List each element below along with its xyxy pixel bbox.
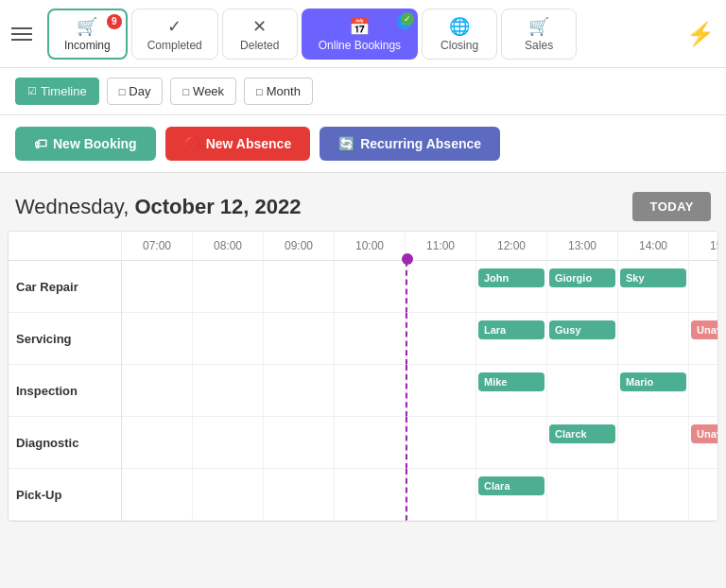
incoming-label: Incoming	[64, 39, 111, 52]
time-header-7: 14:00	[618, 232, 689, 261]
deleted-label: Deleted	[240, 39, 279, 52]
row-label-servicing: Servicing	[9, 313, 122, 365]
time-header-2: 09:00	[264, 232, 335, 261]
completed-label: Completed	[147, 39, 202, 52]
timeline-cell-r3-c4	[406, 417, 476, 469]
timeline-cell-r1-c4	[406, 313, 476, 365]
time-header-5: 12:00	[476, 232, 547, 261]
timeline-cell-r1-c8: Unavailable	[689, 313, 718, 365]
timeline-cell-r4-c5: Clara	[476, 469, 547, 521]
nav-tab-online-bookings[interactable]: 9 ✓ 📅 Online Bookings	[302, 9, 418, 60]
timeline-check-icon: ☑	[27, 85, 37, 97]
timeline-cell-r1-c3	[335, 313, 406, 365]
month-check-icon: □	[256, 86, 263, 97]
new-booking-button[interactable]: 🏷 New Booking	[15, 127, 156, 161]
timeline-cell-r2-c0	[122, 365, 193, 417]
timeline-cell-r0-c6: Giorgio	[547, 261, 618, 313]
nav-tab-incoming[interactable]: 9 🛒 Incoming	[47, 9, 128, 60]
time-header-6: 13:00	[547, 232, 618, 261]
top-nav: 9 🛒 Incoming ✓ Completed ✕ Deleted 9 ✓ 📅…	[0, 0, 726, 68]
timeline-cell-r0-c5: John	[476, 261, 547, 313]
event-john-r0[interactable]: John	[478, 268, 544, 287]
event-mike-r2[interactable]: Mike	[478, 372, 544, 391]
timeline-cell-r3-c8: Unavailable	[689, 417, 718, 469]
timeline-cell-r4-c8	[689, 469, 718, 521]
view-btn-month[interactable]: □ Month	[244, 78, 313, 105]
timeline-cell-r3-c3	[335, 417, 406, 469]
sales-icon: 🛒	[528, 16, 549, 37]
timeline-cell-r1-c2	[264, 313, 335, 365]
timeline-cell-r1-c7	[618, 313, 689, 365]
online-bookings-check: ✓	[401, 12, 414, 26]
nav-tab-completed[interactable]: ✓ Completed	[131, 9, 218, 60]
row-label-diagnostic: Diagnostic	[9, 417, 122, 469]
action-bar: 🏷 New Booking 🚫 New Absence 🔄 Recurring …	[0, 115, 726, 173]
row-label-car-repair: Car Repair	[9, 261, 122, 313]
timeline-cell-r2-c6	[547, 365, 618, 417]
online-bookings-label: Online Bookings	[319, 39, 401, 52]
timeline-cell-r4-c6	[547, 469, 618, 521]
timeline-cell-r3-c1	[193, 417, 264, 469]
event-unavailable-r3[interactable]: Unavailable	[691, 424, 718, 443]
timeline-cell-r4-c0	[122, 469, 193, 521]
timeline-cell-r4-c7	[618, 469, 689, 521]
day-check-icon: □	[119, 86, 126, 97]
event-lara-r1[interactable]: Lara	[478, 320, 544, 339]
timeline-cell-r0-c7: Sky	[618, 261, 689, 313]
timeline-cell-r0-c1	[193, 261, 264, 313]
timeline-cell-r3-c2	[264, 417, 335, 469]
time-header-8: 15:00	[689, 232, 718, 261]
timeline-cell-r3-c5	[476, 417, 547, 469]
lightning-button[interactable]: ⚡	[686, 21, 715, 47]
timeline-grid: 07:0008:0009:0010:0011:0012:0013:0014:00…	[9, 232, 718, 521]
recurring-absence-icon: 🔄	[338, 136, 354, 151]
event-clarck-r3[interactable]: Clarck	[549, 424, 615, 443]
row-label-inspection: Inspection	[9, 365, 122, 417]
week-check-icon: □	[182, 86, 189, 97]
view-btn-week[interactable]: □ Week	[170, 78, 236, 105]
view-btn-timeline[interactable]: ☑ Timeline	[15, 78, 99, 105]
incoming-icon: 🛒	[77, 16, 97, 37]
timeline-label: Timeline	[41, 84, 87, 98]
time-header-empty	[9, 232, 122, 261]
timeline-cell-r0-c8	[689, 261, 718, 313]
today-button[interactable]: TODAY	[632, 192, 711, 221]
date-title: Wednesday, October 12, 2022	[15, 195, 302, 219]
timeline-cell-r2-c8	[689, 365, 718, 417]
view-btn-day[interactable]: □ Day	[107, 78, 164, 105]
new-absence-button[interactable]: 🚫 New Absence	[165, 127, 311, 161]
timeline-cell-r2-c3	[335, 365, 406, 417]
event-clara-r4[interactable]: Clara	[478, 476, 544, 495]
time-header-0: 07:00	[122, 232, 193, 261]
incoming-badge: 9	[107, 14, 122, 29]
recurring-absence-label: Recurring Absence	[360, 136, 481, 151]
date-full: October 12, 2022	[134, 195, 301, 218]
nav-tab-deleted[interactable]: ✕ Deleted	[222, 9, 298, 60]
closing-icon: 🌐	[449, 16, 470, 37]
timeline-container: 07:0008:0009:0010:0011:0012:0013:0014:00…	[8, 231, 718, 522]
event-giorgio-r0[interactable]: Giorgio	[549, 268, 615, 287]
event-mario-r2[interactable]: Mario	[620, 372, 686, 391]
timeline-cell-r4-c2	[264, 469, 335, 521]
new-booking-icon: 🏷	[34, 136, 47, 151]
timeline-cell-r2-c1	[193, 365, 264, 417]
time-header-1: 08:00	[193, 232, 264, 261]
timeline-cell-r2-c4	[406, 365, 476, 417]
event-gusy-r1[interactable]: Gusy	[549, 320, 615, 339]
recurring-absence-button[interactable]: 🔄 Recurring Absence	[320, 127, 500, 161]
row-label-pick-up: Pick-Up	[9, 469, 122, 521]
hamburger-menu[interactable]	[11, 27, 32, 41]
timeline-cell-r4-c4	[406, 469, 476, 521]
event-sky-r0[interactable]: Sky	[620, 268, 686, 287]
event-unavailable-r1[interactable]: Unavailable	[691, 320, 718, 339]
time-header-3: 10:00	[335, 232, 406, 261]
nav-tab-closing[interactable]: 🌐 Closing	[422, 9, 497, 60]
timeline-cell-r0-c0	[122, 261, 193, 313]
timeline-cell-r2-c5: Mike	[476, 365, 547, 417]
timeline-cell-r3-c6: Clarck	[547, 417, 618, 469]
timeline-cell-r0-c3	[335, 261, 406, 313]
view-toolbar: ☑ Timeline □ Day □ Week □ Month	[0, 68, 726, 115]
date-day: Wednesday,	[15, 195, 129, 218]
nav-tab-sales[interactable]: 🛒 Sales	[501, 9, 577, 60]
timeline-cell-r1-c1	[193, 313, 264, 365]
